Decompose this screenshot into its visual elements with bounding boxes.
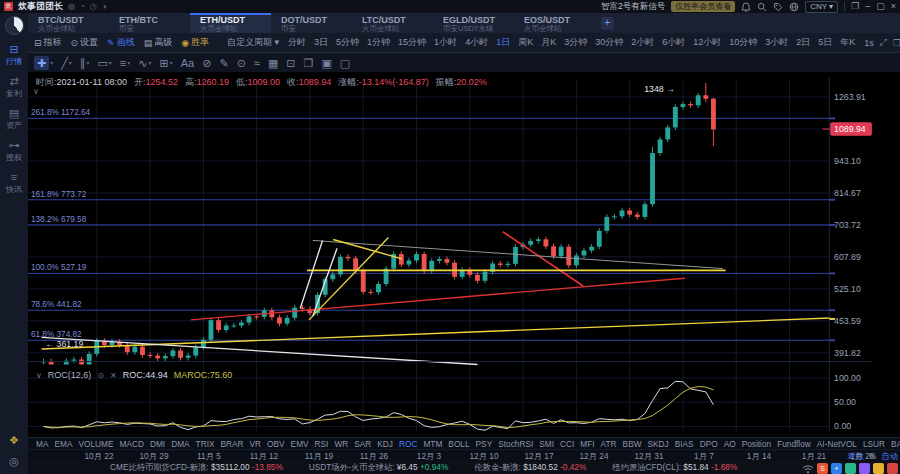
dropdown-caret-icon[interactable]: ▾ bbox=[148, 56, 151, 70]
period-button-5分钟[interactable]: 5分钟 bbox=[336, 36, 359, 49]
fibonacci-levels[interactable]: 261.8% 1172.64161.8% 773.72138.2% 679.58… bbox=[28, 108, 829, 340]
period-button-3小时[interactable]: 3小时 bbox=[765, 36, 788, 49]
parallel-channel-tool-icon[interactable]: ∥▾ bbox=[80, 56, 90, 70]
indicator-tab-DPO[interactable]: DPO bbox=[700, 439, 718, 449]
dropdown-caret-icon[interactable]: ▾ bbox=[170, 56, 173, 70]
lock-tool-icon[interactable]: ⊡ bbox=[286, 56, 295, 70]
delete-tool-icon[interactable]: ▢ bbox=[340, 56, 350, 70]
indicator-tab-OBV[interactable]: OBV bbox=[267, 439, 285, 449]
indicator-tab-DMA[interactable]: DMA bbox=[171, 439, 189, 449]
app-teal-icon[interactable] bbox=[845, 463, 856, 474]
indicator-tab-BASIS[interactable]: BASIS bbox=[891, 439, 900, 449]
popout-window-icon[interactable]: ❐ bbox=[851, 0, 859, 13]
sidebar-item-授权[interactable]: ⊶授权 bbox=[6, 140, 22, 163]
toolbar-button-指标[interactable]: ⊟指标 bbox=[34, 36, 62, 49]
indicator-tab-AI-NetVOL[interactable]: AI-NetVOL bbox=[817, 439, 857, 449]
eraser-tool-icon[interactable]: ⊘ bbox=[202, 56, 211, 70]
currency-select[interactable]: CNY ▾ bbox=[805, 1, 838, 13]
indicator-tab-DMI[interactable]: DMI bbox=[150, 439, 165, 449]
sidebar-item-套利[interactable]: ⇄套利 bbox=[6, 76, 22, 99]
bell-icon[interactable] bbox=[741, 2, 751, 12]
period-button-2日[interactable]: 2日 bbox=[796, 36, 810, 49]
period-button-3分钟[interactable]: 3分钟 bbox=[564, 36, 587, 49]
mute-icon[interactable]: ◔ bbox=[80, 2, 85, 11]
popout-chart-icon[interactable]: ❐ bbox=[893, 38, 900, 48]
toolbar-button-高级[interactable]: ▤高级 bbox=[144, 36, 173, 49]
period-button-分时[interactable]: 分时 bbox=[288, 36, 306, 49]
timer-icon[interactable]: ◷ bbox=[90, 2, 97, 11]
indicator-tab-ROC[interactable]: ROC bbox=[399, 439, 417, 449]
roc-settings-icon[interactable]: ⊙ bbox=[97, 371, 104, 380]
candlestick-chart[interactable]: 261.8% 1172.64161.8% 773.72138.2% 679.58… bbox=[28, 72, 900, 437]
period-button-12小时[interactable]: 12小时 bbox=[693, 36, 721, 49]
toolbar-button-设置[interactable]: ⊙设置 bbox=[71, 36, 99, 49]
ticker-item[interactable]: USDT场外-火币全球站: ¥6.45 +0.94% bbox=[309, 462, 449, 473]
dropdown-caret-icon[interactable]: ▾ bbox=[50, 56, 53, 70]
indicator-tab-SMI[interactable]: SMI bbox=[539, 439, 554, 449]
indicator-tab-CCI[interactable]: CCI bbox=[560, 439, 574, 449]
dropdown-caret-icon[interactable]: ▾ bbox=[127, 56, 130, 70]
market-tab-BTC/USDT[interactable]: BTC/USDT火币全球站 bbox=[28, 13, 109, 33]
indicator-tab-LSUR[interactable]: LSUR bbox=[863, 439, 885, 449]
indicator-tab-WR[interactable]: WR bbox=[334, 439, 348, 449]
indicator-tab-VOLUME[interactable]: VOLUME bbox=[78, 439, 113, 449]
screen-tool-s-icon[interactable]: S bbox=[817, 463, 828, 474]
aicoin-logo[interactable] bbox=[5, 16, 24, 35]
pane-collapse-icon[interactable]: ∨ bbox=[36, 371, 42, 380]
custom-period-dropdown[interactable]: 自定义周期 ▾ bbox=[227, 36, 279, 49]
app-blue-icon[interactable]: + bbox=[831, 463, 842, 474]
indicator-tab-MFI[interactable]: MFI bbox=[580, 439, 594, 449]
horizontal-lines-tool-icon[interactable]: ≡▾ bbox=[120, 56, 130, 70]
indicator-tab-AO[interactable]: AO bbox=[724, 439, 736, 449]
pattern-tool-icon[interactable]: ▦ bbox=[268, 56, 278, 70]
fullscreen-icon[interactable]: ⤢ bbox=[880, 37, 887, 48]
pencil-tool-icon[interactable]: ✎ bbox=[219, 56, 228, 70]
vip-diamond-icon[interactable]: ❖ bbox=[9, 434, 19, 447]
period-button-10分钟[interactable]: 10分钟 bbox=[729, 36, 757, 49]
sidebar-item-资产[interactable]: ▤资产 bbox=[6, 108, 22, 131]
indicator-tab-Fundflow[interactable]: Fundflow bbox=[777, 439, 811, 449]
price-axis[interactable]: 1263.91943.10814.67703.72607.89525.10453… bbox=[834, 92, 866, 431]
indicator-tab-RSI[interactable]: RSI bbox=[315, 439, 329, 449]
period-button-2小时[interactable]: 2小时 bbox=[631, 36, 654, 49]
period-button-30分钟[interactable]: 30分钟 bbox=[595, 36, 623, 49]
globe-icon[interactable] bbox=[789, 2, 799, 12]
settings-gear-icon[interactable]: ◎ bbox=[9, 455, 19, 468]
ticker-item[interactable]: CME比特币期货CFD-新浪: $35112.00 -13.85% bbox=[110, 462, 283, 473]
indicator-tab-MACD[interactable]: MACD bbox=[119, 439, 143, 449]
toolbar-button-胜率[interactable]: ◉胜率 bbox=[181, 36, 209, 49]
text-tool-tool-icon[interactable]: Aa bbox=[181, 56, 194, 70]
indicator-tab-StochRSI[interactable]: StochRSI bbox=[498, 439, 533, 449]
market-tab-EGLD/USDT[interactable]: EGLD/USDT币安USDT永续 bbox=[433, 13, 514, 33]
indicator-tab-MTM[interactable]: MTM bbox=[423, 439, 442, 449]
indicator-tab-KDJ[interactable]: KDJ bbox=[377, 439, 393, 449]
market-tab-ETH/BTC[interactable]: ETH/BTC币安 bbox=[109, 13, 190, 33]
indicator-tab-MA[interactable]: MA bbox=[36, 439, 48, 449]
dropdown-caret-icon[interactable]: ▾ bbox=[109, 56, 112, 70]
indicator-tab-BIAS[interactable]: BIAS bbox=[675, 439, 694, 449]
ticker-item[interactable]: 纽约原油CFD(CL): $51.84 -1.68% bbox=[612, 462, 737, 473]
indicator-tab-VR[interactable]: VR bbox=[250, 439, 262, 449]
dropdown-caret-icon[interactable]: ▾ bbox=[86, 56, 89, 70]
indicator-tab-PSY[interactable]: PSY bbox=[476, 439, 493, 449]
rectangle-tool-icon[interactable]: ▭▾ bbox=[97, 56, 111, 70]
market-tab-DOT/USDT[interactable]: DOT/USDT币安 bbox=[271, 13, 352, 33]
indicator-tab-EMV[interactable]: EMV bbox=[291, 439, 309, 449]
search-icon[interactable] bbox=[757, 2, 767, 12]
ticker-item[interactable]: 伦敦金-新浪: $1840.52 -0.42% bbox=[474, 462, 586, 473]
vip-signal-badge[interactable]: 仅胜率会员查看 bbox=[671, 1, 735, 12]
history-icon[interactable]: ◑ bbox=[102, 2, 107, 11]
snapshot-tool-icon[interactable]: ▣ bbox=[321, 56, 331, 70]
indicator-tab-SKDJ[interactable]: SKDJ bbox=[648, 439, 669, 449]
indicator-tab-BBW[interactable]: BBW bbox=[623, 439, 642, 449]
magnet-tool-icon[interactable]: ⊙ bbox=[237, 56, 246, 70]
maximize-icon[interactable]: ▢ bbox=[876, 0, 885, 13]
period-button-4小时[interactable]: 4小时 bbox=[465, 36, 488, 49]
period-button-5日[interactable]: 5日 bbox=[818, 36, 832, 49]
app-purple-icon[interactable] bbox=[859, 463, 870, 474]
dropdown-caret-icon[interactable]: ▾ bbox=[69, 56, 72, 70]
market-tab-LTC/USDT[interactable]: LTC/USDT火币全球站 bbox=[352, 13, 433, 33]
indicator-tab-Position[interactable]: Position bbox=[742, 439, 772, 449]
indicator-tab-ATR[interactable]: ATR bbox=[601, 439, 617, 449]
copy-tool-icon[interactable]: ❐ bbox=[304, 56, 314, 70]
